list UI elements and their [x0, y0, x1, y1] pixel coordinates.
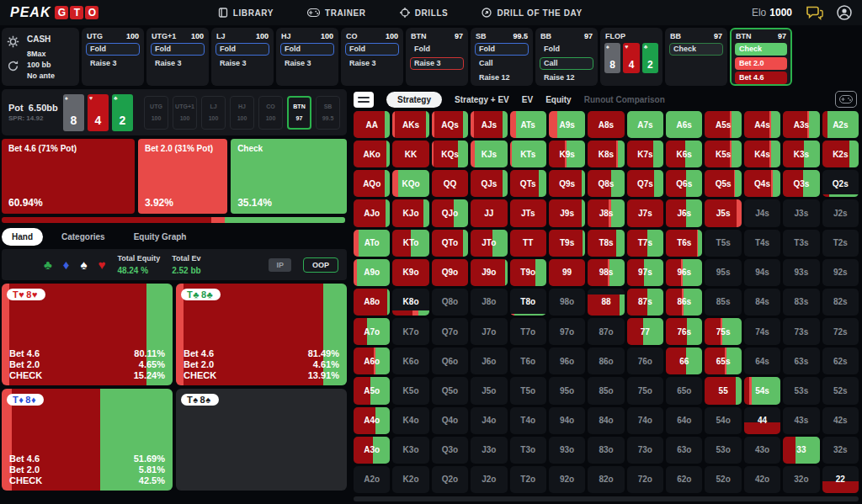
matrix-cell-AJs[interactable]: AJs: [471, 111, 507, 138]
matrix-cell-88[interactable]: 88: [588, 289, 624, 316]
nav-item-trainer[interactable]: TRAINER: [307, 8, 366, 18]
matrix-cell-K2s[interactable]: K2s: [822, 141, 859, 167]
matrix-cell-33[interactable]: 33: [783, 437, 819, 464]
matrix-cell-T2o[interactable]: T2o: [510, 466, 546, 493]
hand-combo-cell[interactable]: T♥8♥Bet 4.680.11%Bet 2.04.65%CHECK15.24%: [2, 284, 173, 385]
matrix-tab-runout-comparison[interactable]: Runout Comparison: [584, 95, 665, 104]
spade-suit-icon[interactable]: ♠: [81, 258, 88, 271]
profile-icon[interactable]: [837, 5, 852, 20]
matrix-cell-86s[interactable]: 86s: [666, 289, 702, 316]
matrix-cell-A2o[interactable]: A2o: [354, 466, 390, 493]
matrix-cell-72s[interactable]: 72s: [822, 318, 859, 345]
matrix-cell-K6o[interactable]: K6o: [392, 347, 428, 374]
matrix-cell-A4s[interactable]: A4s: [744, 111, 780, 138]
position-tile-sb[interactable]: SB99.5: [316, 96, 340, 130]
action-bet-2-0[interactable]: Bet 2.0: [735, 57, 787, 70]
runouts-gamepad-icon[interactable]: [835, 91, 857, 108]
action-check[interactable]: Check: [735, 43, 787, 56]
hand-combo-cell[interactable]: T♦8♦Bet 4.651.69%Bet 2.05.81%CHECK42.5%: [2, 389, 173, 491]
matrix-cell-AQo[interactable]: AQo: [354, 170, 390, 197]
strategy-action-box[interactable]: Bet 4.6 (71% Pot)60.94%: [2, 139, 135, 214]
matrix-cell-75o[interactable]: 75o: [627, 377, 663, 404]
matrix-cell-AA[interactable]: AA: [354, 111, 390, 138]
matrix-cell-J6o[interactable]: J6o: [471, 347, 507, 374]
strategy-action-box[interactable]: Check35.14%: [231, 139, 347, 214]
matrix-cell-QJs[interactable]: QJs: [471, 170, 507, 197]
matrix-cell-96o[interactable]: 96o: [549, 347, 585, 374]
matrix-cell-T9o[interactable]: T9o: [510, 259, 546, 286]
matrix-cell-K9o[interactable]: K9o: [392, 259, 428, 286]
action-raise-3[interactable]: Raise 3: [280, 57, 334, 70]
matrix-cell-94o[interactable]: 94o: [549, 407, 585, 434]
matrix-cell-63o[interactable]: 63o: [666, 437, 702, 464]
matrix-cell-77[interactable]: 77: [627, 318, 663, 345]
matrix-cell-A6s[interactable]: A6s: [666, 111, 702, 138]
matrix-cell-ATo[interactable]: ATo: [354, 230, 390, 257]
matrix-cell-A6o[interactable]: A6o: [354, 347, 390, 374]
matrix-cell-J5s[interactable]: J5s: [705, 199, 741, 226]
matrix-cell-A8s[interactable]: A8s: [588, 111, 624, 138]
matrix-cell-85s[interactable]: 85s: [705, 289, 741, 316]
action-call[interactable]: Call: [475, 57, 529, 70]
matrix-cell-A5s[interactable]: A5s: [705, 111, 741, 138]
matrix-scrollbar[interactable]: [354, 496, 859, 501]
matrix-cell-82o[interactable]: 82o: [588, 466, 624, 493]
matrix-cell-K2o[interactable]: K2o: [392, 466, 428, 493]
matrix-cell-KK[interactable]: KK: [392, 141, 428, 167]
matrix-cell-64o[interactable]: 64o: [666, 407, 702, 434]
matrix-cell-83s[interactable]: 83s: [783, 289, 819, 316]
range-grid-icon[interactable]: [354, 92, 374, 108]
matrix-cell-92s[interactable]: 92s: [822, 259, 859, 286]
hand-combo-cell[interactable]: T♠8♠: [176, 389, 347, 491]
action-raise-3[interactable]: Raise 3: [345, 57, 399, 70]
matrix-cell-Q5s[interactable]: Q5s: [705, 170, 741, 197]
matrix-cell-AJo[interactable]: AJo: [354, 199, 390, 226]
action-fold[interactable]: Fold: [475, 43, 529, 56]
matrix-cell-K7s[interactable]: K7s: [627, 141, 663, 167]
matrix-cell-Q8s[interactable]: Q8s: [588, 170, 624, 197]
matrix-cell-73s[interactable]: 73s: [783, 318, 819, 345]
matrix-cell-K8s[interactable]: K8s: [588, 141, 624, 167]
nav-item-library[interactable]: LIBRARY: [218, 8, 274, 18]
matrix-cell-T3s[interactable]: T3s: [783, 230, 819, 257]
matrix-cell-94s[interactable]: 94s: [744, 259, 780, 286]
matrix-cell-A3o[interactable]: A3o: [354, 437, 390, 464]
matrix-cell-AQs[interactable]: AQs: [432, 111, 468, 138]
matrix-cell-43s[interactable]: 43s: [783, 407, 819, 434]
matrix-cell-92o[interactable]: 92o: [549, 466, 585, 493]
matrix-cell-T7o[interactable]: T7o: [510, 318, 546, 345]
matrix-cell-76s[interactable]: 76s: [666, 318, 702, 345]
matrix-cell-A3s[interactable]: A3s: [783, 111, 819, 138]
matrix-cell-99[interactable]: 99: [549, 259, 585, 286]
action-fold[interactable]: Fold: [216, 43, 269, 56]
matrix-cell-42s[interactable]: 42s: [822, 407, 859, 434]
matrix-cell-98s[interactable]: 98s: [588, 259, 624, 286]
matrix-cell-KQo[interactable]: KQo: [392, 170, 428, 197]
action-bet-4-6[interactable]: Bet 4.6: [735, 72, 787, 84]
matrix-cell-A4o[interactable]: A4o: [354, 407, 390, 434]
matrix-cell-22[interactable]: 22: [822, 466, 859, 493]
action-fold[interactable]: Fold: [86, 43, 140, 56]
matrix-cell-A8o[interactable]: A8o: [354, 289, 390, 316]
ip-toggle-button[interactable]: IP: [269, 258, 291, 272]
matrix-cell-Q2s[interactable]: Q2s: [822, 170, 859, 197]
matrix-cell-A9s[interactable]: A9s: [549, 111, 585, 138]
matrix-cell-87s[interactable]: 87s: [627, 289, 663, 316]
matrix-cell-KTs[interactable]: KTs: [510, 141, 546, 167]
matrix-cell-J6s[interactable]: J6s: [666, 199, 702, 226]
tab-hand[interactable]: Hand: [2, 228, 43, 246]
matrix-cell-A7o[interactable]: A7o: [354, 318, 390, 345]
matrix-cell-72o[interactable]: 72o: [627, 466, 663, 493]
matrix-cell-T5o[interactable]: T5o: [510, 377, 546, 404]
chat-icon[interactable]: [806, 6, 823, 20]
matrix-cell-TT[interactable]: TT: [510, 230, 546, 257]
action-raise-12[interactable]: Raise 12: [475, 72, 529, 84]
matrix-cell-86o[interactable]: 86o: [588, 347, 624, 374]
matrix-cell-97o[interactable]: 97o: [549, 318, 585, 345]
matrix-cell-J3s[interactable]: J3s: [783, 199, 819, 226]
matrix-cell-52s[interactable]: 52s: [822, 377, 859, 404]
matrix-cell-QQ[interactable]: QQ: [432, 170, 468, 197]
matrix-cell-K5s[interactable]: K5s: [705, 141, 741, 167]
matrix-cell-87o[interactable]: 87o: [588, 318, 624, 345]
matrix-cell-Q7o[interactable]: Q7o: [432, 318, 468, 345]
